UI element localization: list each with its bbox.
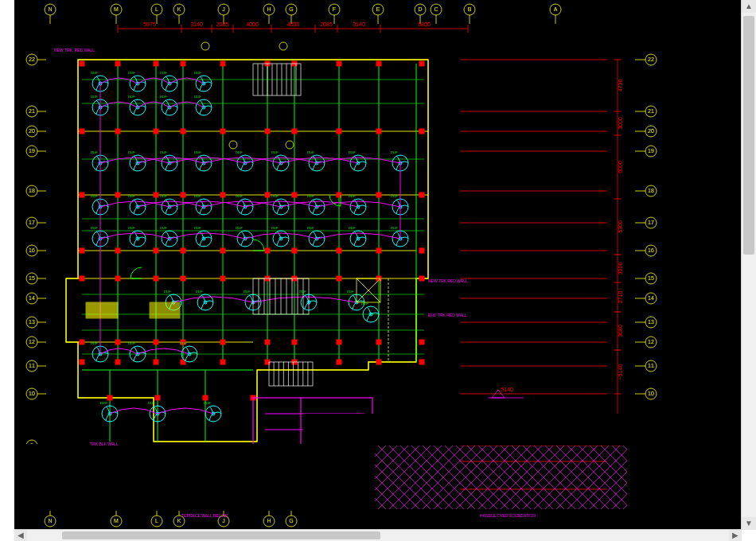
svg-text:DL/F: DL/F (164, 290, 171, 294)
svg-rect-288 (220, 360, 225, 364)
svg-rect-264 (115, 248, 120, 253)
svg-text:15: 15 (29, 275, 35, 281)
svg-text:DL/F: DL/F (236, 150, 243, 154)
svg-text:DL/F: DL/F (194, 71, 201, 75)
svg-rect-261 (115, 61, 120, 66)
svg-rect-274 (154, 360, 158, 364)
svg-text:DL/F: DL/F (349, 226, 356, 230)
svg-text:DL/F: DL/F (91, 341, 98, 345)
svg-rect-260 (80, 360, 84, 364)
svg-text:DL/F: DL/F (347, 290, 354, 294)
svg-rect-321 (419, 276, 424, 281)
floor-plan-svg: NMLKJHGFEDCBANMLKJHGFEDCBA22222121202019… (14, 0, 742, 530)
svg-rect-294 (265, 340, 270, 344)
svg-text:DL/F: DL/F (91, 226, 98, 230)
svg-rect-576 (303, 509, 701, 530)
svg-text:11: 11 (29, 363, 35, 368)
svg-text:5300: 5300 (618, 220, 623, 233)
svg-rect-286 (220, 276, 225, 281)
svg-rect-308 (337, 340, 341, 344)
svg-text:DL/F: DL/F (307, 226, 314, 230)
svg-text:L: L (155, 6, 158, 12)
svg-text:DL/F: DL/F (271, 226, 279, 230)
svg-text:6000: 6000 (618, 161, 623, 173)
svg-rect-591 (86, 302, 118, 318)
svg-text:DL/F: DL/F (194, 194, 201, 198)
svg-rect-486 (269, 362, 313, 386)
cad-viewport[interactable]: NMLKJHGFEDCBANMLKJHGFEDCBA22222121202019… (14, 0, 742, 530)
scroll-up-arrow[interactable]: ▲ (742, 0, 756, 13)
svg-rect-255 (80, 129, 84, 134)
svg-text:TERRACE WALL BELOW: TERRACE WALL BELOW (181, 513, 228, 518)
svg-text:14: 14 (29, 295, 35, 301)
bottom-strip: ◀ ▶ (14, 530, 742, 541)
svg-rect-269 (154, 129, 158, 134)
svg-rect-279 (181, 276, 185, 281)
scroll-right-arrow[interactable]: ▶ (729, 530, 742, 541)
svg-text:DL/F: DL/F (236, 194, 243, 198)
svg-text:DL/F: DL/F (244, 290, 251, 294)
svg-text:17: 17 (29, 220, 35, 225)
svg-text:DL/F: DL/F (91, 150, 98, 154)
svg-text:3000: 3000 (618, 117, 623, 130)
svg-text:DL/F: DL/F (391, 226, 398, 230)
svg-text:DL/F: DL/F (194, 226, 201, 230)
svg-rect-282 (220, 61, 225, 66)
horizontal-scrollbar[interactable]: ◀ ▶ (14, 529, 742, 541)
svg-text:~5140: ~5140 (618, 364, 623, 380)
svg-text:DL/F: DL/F (271, 194, 279, 198)
svg-text:19: 19 (648, 148, 654, 154)
svg-rect-262 (115, 129, 120, 134)
svg-text:J: J (222, 6, 225, 12)
horizontal-scroll-thumb[interactable] (62, 531, 380, 539)
svg-text:HANDLE OVER FOUNDATION: HANDLE OVER FOUNDATION (480, 513, 536, 518)
svg-rect-265 (115, 276, 120, 281)
scroll-left-arrow[interactable]: ◀ (14, 530, 27, 541)
svg-rect-322 (419, 340, 424, 344)
svg-text:DL/F: DL/F (91, 95, 98, 99)
svg-point-588 (229, 141, 237, 149)
svg-text:DL/F: DL/F (128, 194, 135, 198)
svg-text:DL/F: DL/F (391, 194, 398, 198)
svg-rect-592 (150, 302, 180, 318)
svg-point-587 (279, 42, 287, 50)
svg-rect-325 (155, 395, 160, 400)
svg-text:2085: 2085 (320, 21, 333, 27)
svg-text:21: 21 (29, 108, 35, 114)
svg-text:DL/F: DL/F (194, 150, 201, 154)
svg-text:22: 22 (29, 56, 35, 62)
svg-point-589 (286, 141, 294, 149)
svg-text:DL/F: DL/F (204, 401, 211, 405)
svg-rect-319 (419, 193, 424, 197)
scroll-down-arrow[interactable]: ▼ (742, 517, 756, 530)
svg-text:N: N (48, 518, 52, 523)
svg-text:18: 18 (29, 188, 35, 193)
svg-text:DL/F: DL/F (299, 290, 306, 294)
svg-rect-574 (14, 444, 375, 511)
svg-text:DL/F: DL/F (160, 194, 167, 198)
svg-text:E: E (376, 6, 380, 12)
svg-text:K: K (177, 6, 181, 12)
svg-rect-316 (376, 360, 381, 364)
svg-text:DL/F: DL/F (160, 95, 167, 99)
svg-text:G: G (289, 518, 293, 523)
vertical-scrollbar[interactable]: ▲ ▼ (741, 0, 756, 530)
svg-text:DL/F: DL/F (100, 401, 107, 405)
svg-rect-301 (292, 340, 297, 344)
svg-text:13: 13 (648, 319, 654, 325)
svg-rect-318 (419, 129, 424, 134)
svg-text:DL/F: DL/F (391, 150, 398, 154)
svg-rect-271 (154, 248, 158, 253)
vertical-scroll-thumb[interactable] (743, 16, 754, 255)
svg-text:DL/F: DL/F (128, 341, 135, 345)
svg-text:DL/F: DL/F (180, 341, 187, 345)
svg-rect-323 (419, 360, 424, 364)
svg-text:16: 16 (648, 247, 654, 253)
svg-text:3680: 3680 (618, 325, 623, 337)
svg-text:DL/F: DL/F (307, 150, 314, 154)
svg-text:22: 22 (648, 56, 654, 62)
svg-rect-311 (376, 129, 381, 134)
svg-text:D: D (418, 6, 422, 12)
svg-rect-299 (292, 248, 297, 253)
svg-text:DL/F: DL/F (128, 226, 135, 230)
